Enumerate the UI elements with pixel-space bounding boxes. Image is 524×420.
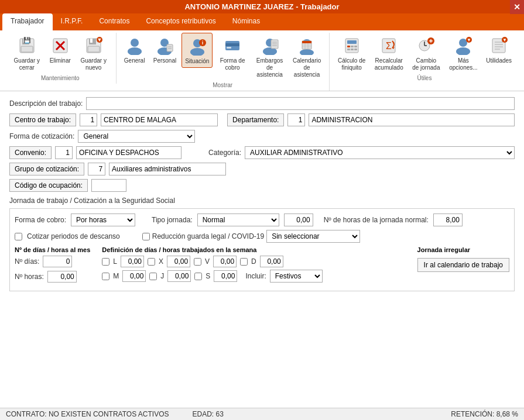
main-content: Descripción del trabajo: Centro de traba… bbox=[0, 91, 524, 409]
svg-point-35 bbox=[300, 49, 314, 55]
btn-embargos[interactable]: Embargos de asistencia bbox=[252, 33, 287, 81]
btn-calculo-finiquito[interactable]: Cálculo de finiquito bbox=[334, 33, 369, 74]
btn-calculo-label: Cálculo de finiquito bbox=[338, 57, 366, 71]
convenio-name[interactable] bbox=[76, 146, 181, 159]
reduccion-checkbox[interactable] bbox=[142, 233, 150, 240]
convenio-button[interactable]: Convenio: bbox=[9, 146, 52, 159]
day-x-check[interactable] bbox=[148, 258, 155, 266]
tab-conceptos[interactable]: Conceptos retributivos bbox=[138, 13, 224, 30]
codigo-input[interactable] bbox=[91, 179, 126, 192]
day-l-input[interactable] bbox=[121, 256, 144, 267]
horas-jornada-input[interactable] bbox=[433, 214, 463, 226]
centro-button[interactable]: Centro de trabajo: bbox=[9, 113, 76, 126]
status-contrato: CONTRATO: NO EXISTEN CONTRATOS ACTIVOS bbox=[6, 410, 169, 418]
tipo-jornada-hours[interactable] bbox=[284, 214, 313, 226]
day-j-check[interactable] bbox=[149, 273, 157, 280]
btn-eliminar-label: Eliminar bbox=[50, 57, 71, 64]
tipo-jornada-select[interactable]: Normal bbox=[197, 214, 279, 226]
descripcion-input[interactable] bbox=[86, 97, 515, 110]
svg-point-59 bbox=[459, 39, 467, 47]
row-codigo: Código de ocupación: bbox=[9, 179, 515, 192]
day-s-check[interactable] bbox=[194, 273, 202, 280]
jornada-row1: Forma de cobro: Por horas Mensual Tipo j… bbox=[15, 214, 509, 226]
incluir-select[interactable]: Festivos Laborables bbox=[270, 270, 323, 283]
svg-point-22 bbox=[190, 48, 204, 56]
tab-trabajador[interactable]: Trabajador bbox=[2, 13, 53, 30]
svg-rect-37 bbox=[302, 41, 311, 43]
btn-calendario[interactable]: Calendario de asistencia bbox=[289, 33, 324, 81]
departamento-name[interactable] bbox=[309, 113, 515, 126]
btn-forma-cobro[interactable]: Forma de cobro bbox=[215, 33, 250, 74]
close-button[interactable]: ✕ bbox=[510, 0, 524, 14]
svg-text:💾: 💾 bbox=[23, 36, 31, 44]
svg-text:i: i bbox=[201, 40, 203, 46]
horas-jornada-label: Nº de horas de la jornada normal: bbox=[324, 216, 429, 224]
convenio-num[interactable] bbox=[55, 146, 73, 159]
forma-cobro-icon bbox=[222, 35, 243, 56]
horas-input[interactable] bbox=[47, 271, 77, 283]
dias-label: Nº días: bbox=[15, 257, 39, 266]
forma-cotizacion-label: Forma de cotización: bbox=[9, 132, 74, 140]
day-v-check[interactable] bbox=[194, 258, 201, 266]
forma-cobro-select[interactable]: Por horas Mensual bbox=[71, 214, 135, 226]
btn-general[interactable]: General bbox=[121, 33, 148, 67]
centro-num[interactable] bbox=[80, 113, 97, 126]
day-d-check[interactable] bbox=[240, 258, 248, 266]
btn-utilidades-label: Utilidades bbox=[486, 57, 512, 64]
cotizar-checkbox[interactable] bbox=[15, 233, 22, 240]
day-j-input[interactable] bbox=[167, 270, 191, 282]
btn-mas-opciones-label: Más opciones... bbox=[449, 57, 477, 71]
day-j-label: J bbox=[160, 272, 164, 280]
categoria-select[interactable]: AUXILIAR ADMINISTRATIVO bbox=[245, 146, 515, 159]
day-l-check[interactable] bbox=[102, 258, 109, 266]
btn-situacion[interactable]: i Situación bbox=[181, 33, 213, 68]
jornada-section-title: Jornada de trabajo / Cotización a la Seg… bbox=[9, 197, 515, 205]
embargos-icon bbox=[259, 35, 280, 56]
departamento-num[interactable] bbox=[287, 113, 305, 126]
calendario-icon bbox=[296, 35, 317, 56]
btn-cambio-jornada[interactable]: Cambio de jornada bbox=[409, 33, 444, 74]
btn-recalcular-label: Recalcular acumulado bbox=[375, 57, 403, 71]
jornada-irregular-title: Jornada irregular bbox=[417, 246, 470, 253]
day-l-label: L bbox=[113, 257, 117, 266]
jornada-row2: Cotizar periodos de descanso Reducción g… bbox=[15, 230, 509, 243]
grupo-num[interactable] bbox=[88, 163, 105, 175]
btn-personal[interactable]: Personal bbox=[150, 33, 180, 67]
btn-utilidades[interactable]: ▼ Utilidades bbox=[483, 33, 515, 67]
tab-irpf[interactable]: I.R.P.F. bbox=[53, 13, 91, 30]
codigo-button[interactable]: Código de ocupación: bbox=[9, 179, 88, 192]
departamento-button[interactable]: Departamento: bbox=[227, 113, 284, 126]
forma-cotizacion-select[interactable]: General bbox=[78, 130, 195, 143]
day-m-input[interactable] bbox=[122, 270, 146, 282]
day-s-input[interactable] bbox=[214, 270, 237, 282]
btn-personal-label: Personal bbox=[153, 57, 176, 64]
day-s-label: S bbox=[206, 272, 210, 280]
btn-guardar-nuevo[interactable]: ▼ Guardar y nuevo bbox=[76, 33, 111, 74]
btn-mas-opciones[interactable]: ▼ Más opciones... bbox=[446, 33, 481, 74]
save-new-icon: ▼ bbox=[83, 35, 104, 56]
sin-seleccionar-select[interactable]: Sin seleccionar bbox=[266, 230, 360, 243]
btn-eliminar[interactable]: Eliminar bbox=[47, 33, 74, 67]
btn-guardar-cerrar[interactable]: 💾 Guardar y cerrar bbox=[9, 33, 44, 74]
day-m-check[interactable] bbox=[102, 273, 109, 280]
svg-rect-48 bbox=[351, 49, 354, 50]
day-d-input[interactable] bbox=[260, 256, 283, 267]
svg-rect-44 bbox=[347, 46, 350, 47]
grupo-name[interactable] bbox=[109, 163, 226, 175]
btn-situacion-label: Situación bbox=[185, 58, 209, 65]
btn-recalcular[interactable]: Σ Recalcular acumulado bbox=[371, 33, 406, 74]
tab-nominas[interactable]: Nóminas bbox=[224, 13, 268, 30]
day-v-input[interactable] bbox=[213, 256, 237, 267]
svg-point-60 bbox=[456, 47, 470, 55]
svg-rect-45 bbox=[351, 46, 354, 47]
svg-point-15 bbox=[128, 47, 142, 55]
dias-input[interactable] bbox=[43, 256, 72, 267]
grupo-button[interactable]: Grupo de cotización: bbox=[9, 163, 84, 175]
centro-name[interactable] bbox=[101, 113, 218, 126]
btn-cambio-jornada-label: Cambio de jornada bbox=[412, 57, 440, 71]
jornada-irregular-col: Jornada irregular Ir al calendario de tr… bbox=[417, 246, 509, 286]
tab-contratos[interactable]: Contratos bbox=[91, 13, 138, 30]
day-x-input[interactable] bbox=[167, 256, 190, 267]
btn-guardar-cerrar-label: Guardar y cerrar bbox=[13, 57, 41, 71]
btn-ir-calendario[interactable]: Ir al calendario de trabajo bbox=[417, 258, 509, 272]
